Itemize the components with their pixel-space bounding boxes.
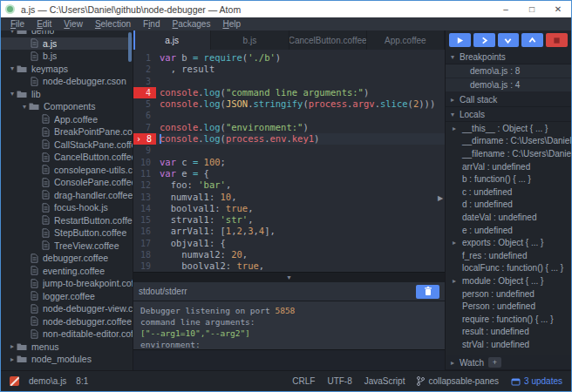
tree-item[interactable]: node-debugger.coffee — [1, 315, 133, 328]
menu-find[interactable]: Find — [137, 19, 166, 29]
status-updates[interactable]: 3 updates — [511, 376, 562, 386]
tree-item[interactable]: consolepane-utils.coffee — [1, 164, 133, 177]
minimize-button[interactable]: – — [493, 1, 519, 17]
local-variable[interactable]: f_res : undefined — [446, 249, 571, 262]
tree-item[interactable]: debugger.coffee — [1, 252, 133, 265]
status-encoding[interactable]: UTF-8 — [327, 376, 351, 386]
tree-item[interactable]: ▾lib — [1, 88, 133, 101]
tab-a-js[interactable]: a.js — [133, 30, 211, 50]
local-variable[interactable]: e : undefined — [446, 224, 571, 237]
section-breakpoints[interactable]: ▾ Breakpoints — [446, 50, 571, 64]
tree-item[interactable]: TreeView.coffee — [1, 240, 133, 253]
local-variable[interactable]: dateVal : undefined — [446, 211, 571, 224]
panel-divider[interactable]: ▼ — [133, 272, 445, 282]
step-over-button[interactable] — [473, 33, 495, 47]
step-into-button[interactable] — [498, 33, 520, 47]
clear-output-button[interactable] — [416, 285, 439, 299]
maximize-button[interactable]: □ — [519, 1, 545, 17]
code-line[interactable]: 17 objval1: { — [133, 238, 445, 249]
chevron-right-icon[interactable]: ▸ — [453, 277, 461, 285]
tree-item[interactable]: node-debugger-view.coffee — [1, 302, 133, 315]
collapse-right-icon[interactable]: ▶ — [438, 194, 443, 202]
menu-selection[interactable]: Selection — [89, 19, 137, 29]
menu-view[interactable]: View — [58, 19, 89, 29]
status-file-path[interactable]: demo\a.js — [29, 376, 66, 386]
code-line[interactable]: › 8console.log(process.env.key1) — [133, 133, 445, 145]
tree-item[interactable]: ▾keymaps — [1, 63, 133, 76]
code-line[interactable]: 12 foo: 'bar', — [133, 179, 445, 191]
continue-button[interactable] — [449, 33, 471, 47]
breakpoint-item[interactable]: demo\a.js : 4 — [446, 78, 571, 92]
status-language[interactable]: JavaScript — [364, 376, 405, 386]
code-line[interactable]: 10var c = 100; — [133, 157, 445, 168]
close-button[interactable]: ✕ — [545, 1, 571, 17]
code-line[interactable]: 1var b = require('./b') — [133, 52, 445, 64]
code-line[interactable]: 11var e = { — [133, 168, 445, 179]
tree-item[interactable]: App.coffee — [1, 113, 133, 126]
tree-item[interactable]: non-editable-editor.coffee — [1, 328, 133, 341]
local-variable[interactable]: arrVal : undefined — [446, 160, 571, 173]
status-branch[interactable]: collapsable-panes — [417, 376, 499, 386]
tree-item[interactable]: ▸menus — [1, 341, 133, 354]
section-call-stack[interactable]: ▸ Call stack — [446, 92, 571, 107]
tab-cancelbutton-coffee[interactable]: CancelButton.coffee — [289, 30, 367, 50]
tree-item[interactable]: node-debugger.cson — [1, 75, 133, 88]
tree-item[interactable]: drag-handler.coffee — [1, 189, 133, 202]
tree-item[interactable]: BreakPointPane.coffee — [1, 125, 133, 139]
section-watch[interactable]: ▸ Watch + — [446, 355, 571, 370]
tree-item[interactable]: ▸node_modules — [1, 353, 133, 366]
code-line[interactable]: 18 numval2: 20, — [133, 249, 445, 260]
breakpoint-item[interactable]: demo\a.js : 8 — [446, 64, 571, 78]
tree-scrollbar[interactable] — [128, 32, 132, 62]
step-out-button[interactable] — [521, 33, 543, 47]
code-line[interactable]: 2 , result — [133, 64, 445, 75]
output-input-area[interactable] — [133, 349, 445, 370]
local-variable[interactable]: __filename : C:\Users\Daniel\github — [446, 147, 571, 160]
local-variable[interactable]: ▸__this__ : Object { ... } — [446, 122, 571, 135]
menu-packages[interactable]: Packages — [166, 19, 216, 29]
tree-item[interactable]: ▾Components — [1, 100, 133, 113]
local-variable[interactable]: ▸exports : Object { ... } — [446, 236, 571, 249]
local-variable[interactable]: require : function() { ... } — [446, 313, 571, 326]
local-variable[interactable]: Person : undefined — [446, 300, 571, 313]
stop-button[interactable] — [546, 33, 568, 47]
code-line[interactable]: 14 boolval1: true, — [133, 203, 445, 214]
status-line-ending[interactable]: CRLF — [292, 376, 315, 386]
code-line[interactable]: 13 numval1: 10, — [133, 192, 445, 203]
code-line[interactable]: 4console.log("command line arguments:") — [133, 87, 445, 98]
tree-item[interactable]: ConsolePane.coffee — [1, 176, 133, 189]
section-locals[interactable]: ▾ Locals — [446, 107, 571, 122]
code-line[interactable]: 16 arrVal1: [1,2,3,4], — [133, 226, 445, 237]
local-variable[interactable]: ▸module : Object { ... } — [446, 274, 571, 287]
code-line[interactable]: 6 — [133, 110, 445, 121]
local-variable[interactable]: localFunc : function() { ... } — [446, 262, 571, 275]
tree-item[interactable]: eventing.coffee — [1, 265, 133, 278]
local-variable[interactable]: strVal : undefined — [446, 338, 571, 351]
current-line-marker[interactable]: › 8 — [133, 133, 156, 145]
local-variable[interactable]: d : undefined — [446, 199, 571, 212]
local-variable[interactable]: result : undefined — [446, 326, 571, 339]
menu-edit[interactable]: Edit — [31, 19, 58, 29]
chevron-right-icon[interactable]: ▸ — [453, 125, 461, 132]
tree-item[interactable]: RestartButton.coffee — [1, 214, 133, 227]
local-variable[interactable]: __dirname : C:\Users\Daniel\github\ — [446, 135, 571, 148]
status-cursor-position[interactable]: 8:1 — [76, 376, 88, 386]
tree-item[interactable]: focus-hook.js — [1, 201, 133, 214]
code-line[interactable]: 3 — [133, 76, 445, 87]
code-line[interactable]: 7console.log("environment:") — [133, 122, 445, 133]
local-variable[interactable]: b : function() { ... } — [446, 172, 571, 186]
tree-item[interactable]: jump-to-breakpoint.coffee — [1, 277, 133, 290]
local-variable[interactable]: c : undefined — [446, 186, 571, 199]
chevron-right-icon[interactable]: ▸ — [453, 239, 461, 247]
tree-item[interactable]: StepButton.coffee — [1, 226, 133, 240]
code-line[interactable]: 19 boolval2: true, — [133, 260, 445, 272]
code-editor[interactable]: 1var b = require('./b')2 , result34conso… — [133, 50, 445, 272]
add-watch-button[interactable]: + — [488, 357, 501, 368]
local-variable[interactable]: person : undefined — [446, 287, 571, 301]
tree-item[interactable]: CallStackPane.coffee — [1, 139, 133, 152]
tree-item[interactable]: ▾demo — [1, 30, 133, 37]
collapse-down-icon[interactable]: ▼ — [286, 274, 292, 280]
tree-item[interactable]: CancelButton.coffee — [1, 151, 133, 164]
tree-item[interactable]: b.js — [1, 50, 133, 63]
menu-help[interactable]: Help — [216, 19, 247, 29]
